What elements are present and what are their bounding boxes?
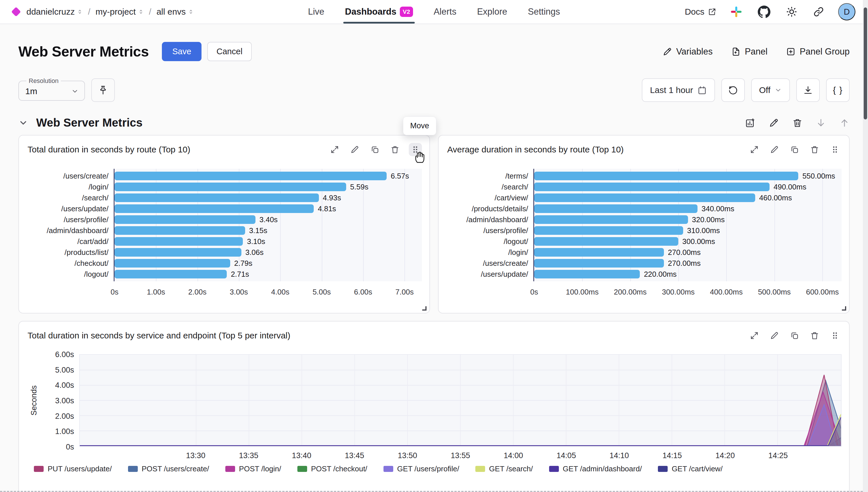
bar[interactable] xyxy=(115,182,346,191)
github-button[interactable] xyxy=(756,4,772,20)
bar[interactable] xyxy=(115,259,230,268)
resolution-select[interactable]: Resolution 1m xyxy=(18,77,85,101)
drag-panel-handle[interactable] xyxy=(828,143,842,156)
bar[interactable] xyxy=(534,237,678,246)
variables-button[interactable]: Variables xyxy=(663,47,713,57)
drag-panel-handle[interactable] xyxy=(409,143,422,156)
nav-tab-dashboards[interactable]: Dashboards V2 xyxy=(345,0,413,24)
bar-plot-area: 6.57s5.59s4.93s4.81s3.40s3.15s3.10s3.06s… xyxy=(114,169,422,281)
scrollbar-thumb[interactable] xyxy=(864,7,867,119)
nav-tab-explore[interactable]: Explore xyxy=(477,0,507,24)
drag-panel-handle[interactable] xyxy=(828,329,842,342)
delete-panel-button[interactable] xyxy=(389,143,401,156)
legend-item[interactable]: GET /admin/dashboard/ xyxy=(549,464,642,473)
external-link-icon xyxy=(708,7,716,16)
bar[interactable] xyxy=(534,204,697,213)
legend-swatch xyxy=(225,466,235,472)
legend-item[interactable]: GET /users/profile/ xyxy=(383,464,459,473)
x-axis-ticks: 13:3013:3513:4013:4513:5013:5514:0014:05… xyxy=(79,447,842,462)
nav-tab-settings[interactable]: Settings xyxy=(528,0,560,24)
bar[interactable] xyxy=(115,270,227,278)
axis-tick-label: 6.00s xyxy=(354,288,372,297)
legend-label: POST /login/ xyxy=(239,464,281,473)
bar[interactable] xyxy=(534,226,683,235)
timeseries-plot-area[interactable] xyxy=(79,354,842,447)
move-section-down-button[interactable] xyxy=(816,118,826,128)
expand-panel-button[interactable] xyxy=(748,329,761,342)
bar[interactable] xyxy=(115,204,314,213)
legend-item[interactable]: POST /checkout/ xyxy=(297,464,367,473)
bar[interactable] xyxy=(115,237,243,246)
nav-tab-live[interactable]: Live xyxy=(308,0,324,24)
panel-resize-handle[interactable] xyxy=(422,306,426,311)
add-panel-group-button[interactable]: Panel Group xyxy=(786,47,850,57)
duplicate-panel-button[interactable] xyxy=(788,143,801,156)
legend-label: POST /users/create/ xyxy=(142,464,209,473)
nav-tab-alerts[interactable]: Alerts xyxy=(434,0,456,24)
bar-category-label: /terms/ xyxy=(447,171,528,181)
org-selector[interactable]: ddanielcruzz xyxy=(26,7,83,17)
axis-tick-label: 5.00s xyxy=(55,366,74,375)
bar[interactable] xyxy=(534,248,664,256)
refresh-button[interactable] xyxy=(721,78,745,102)
json-view-button[interactable]: { } xyxy=(826,78,850,102)
expand-panel-button[interactable] xyxy=(748,143,761,156)
bar[interactable] xyxy=(115,226,245,235)
pin-filters-button[interactable] xyxy=(91,78,115,102)
edit-panel-button[interactable] xyxy=(348,143,361,156)
delete-panel-button[interactable] xyxy=(808,329,821,342)
axis-tick-label: 0s xyxy=(66,443,74,451)
bar[interactable] xyxy=(534,259,664,268)
bar[interactable] xyxy=(534,215,688,224)
edit-section-button[interactable] xyxy=(769,118,779,128)
duplicate-panel-button[interactable] xyxy=(369,143,381,156)
copy-icon xyxy=(370,145,379,154)
bar-row: 270.00ms xyxy=(534,258,842,269)
page-scrollbar[interactable] xyxy=(863,0,868,492)
legend-swatch xyxy=(297,466,307,472)
user-avatar[interactable]: D xyxy=(838,3,855,20)
download-button[interactable] xyxy=(796,78,820,102)
bar-row: 490.00ms xyxy=(534,181,842,192)
panel-resize-handle[interactable] xyxy=(842,306,846,311)
legend-item[interactable]: GET /search/ xyxy=(475,464,533,473)
bar[interactable] xyxy=(534,194,755,202)
collapse-section-button[interactable] xyxy=(18,118,28,128)
bar[interactable] xyxy=(115,215,255,224)
docs-link[interactable]: Docs xyxy=(685,7,716,17)
add-panel-button[interactable]: Panel xyxy=(731,47,768,57)
bar[interactable] xyxy=(534,172,798,180)
duplicate-panel-button[interactable] xyxy=(788,329,801,342)
move-tooltip: Move xyxy=(403,117,436,135)
save-button[interactable]: Save xyxy=(162,42,201,61)
slack-button[interactable] xyxy=(728,4,744,20)
time-range-picker[interactable]: Last 1 hour xyxy=(642,78,715,102)
bar[interactable] xyxy=(115,194,319,202)
cancel-button[interactable]: Cancel xyxy=(207,42,251,61)
panel-total-duration-by-route: Total duration in seconds by route (Top … xyxy=(18,135,430,314)
env-selector[interactable]: all envs xyxy=(156,7,194,17)
legend-item[interactable]: POST /users/create/ xyxy=(128,464,209,473)
bar[interactable] xyxy=(115,172,387,180)
legend-item[interactable]: GET /cart/view/ xyxy=(658,464,722,473)
delete-section-button[interactable] xyxy=(792,118,802,128)
edit-panel-button[interactable] xyxy=(768,329,781,342)
edit-panel-button[interactable] xyxy=(768,143,781,156)
bar[interactable] xyxy=(534,182,770,191)
add-chart-button[interactable] xyxy=(745,118,755,128)
bar-chart-average-duration: /terms//search//cart/view//products/deta… xyxy=(447,169,842,299)
legend-item[interactable]: PUT /users/update/ xyxy=(34,464,112,473)
bar-category-label: /cart/view/ xyxy=(447,192,528,203)
bar[interactable] xyxy=(115,248,241,256)
legend-item[interactable]: POST /login/ xyxy=(225,464,281,473)
move-section-up-button[interactable] xyxy=(839,118,850,128)
expand-panel-button[interactable] xyxy=(328,143,341,156)
bar[interactable] xyxy=(534,270,640,278)
project-selector[interactable]: my-project xyxy=(96,7,144,17)
sun-icon xyxy=(786,6,797,18)
share-link-button[interactable] xyxy=(811,4,826,19)
theme-toggle-button[interactable] xyxy=(784,4,799,19)
auto-refresh-select[interactable]: Off xyxy=(751,78,790,102)
delete-panel-button[interactable] xyxy=(808,143,821,156)
arrow-down-icon xyxy=(816,118,826,128)
